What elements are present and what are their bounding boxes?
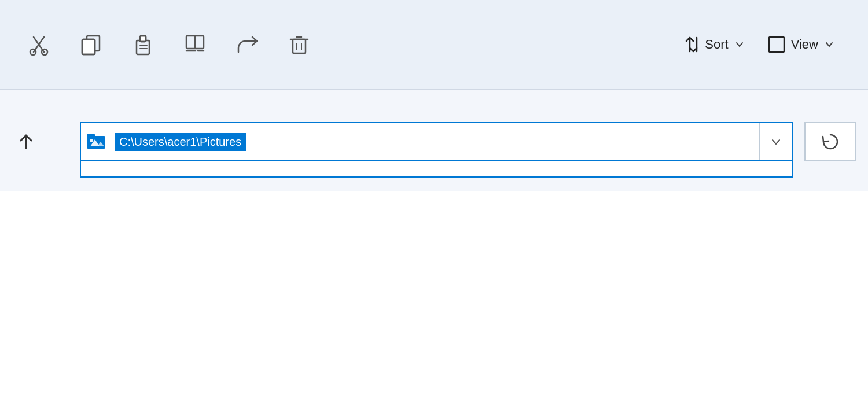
sort-chevron-down-icon — [734, 39, 745, 50]
share-button[interactable] — [231, 29, 263, 60]
address-input[interactable]: C:\Users\acer1\Pictures — [111, 123, 759, 160]
sort-label: Sort — [705, 37, 728, 52]
copy-icon — [80, 34, 102, 56]
sort-icon — [681, 35, 699, 54]
svg-rect-16 — [293, 39, 306, 53]
navigation-area: C:\Users\acer1\Pictures — [0, 90, 868, 191]
trash-icon — [288, 34, 310, 56]
address-chevron-down-icon — [770, 135, 782, 148]
toolbar-left-actions — [23, 29, 658, 60]
address-row: C:\Users\acer1\Pictures — [0, 106, 868, 178]
address-bar-second-line — [80, 161, 793, 178]
svg-rect-8 — [140, 36, 146, 42]
view-icon — [768, 36, 785, 53]
view-label: View — [791, 37, 818, 52]
address-bar[interactable]: C:\Users\acer1\Pictures — [80, 122, 793, 161]
paste-button[interactable] — [127, 29, 159, 60]
rename-button[interactable] — [179, 29, 211, 60]
address-dropdown-button[interactable] — [759, 123, 792, 160]
rename-icon — [184, 34, 206, 56]
svg-point-29 — [90, 139, 93, 142]
toolbar: Sort View — [0, 0, 868, 90]
up-arrow-icon — [16, 132, 36, 152]
svg-rect-5 — [82, 39, 95, 54]
paste-icon — [132, 34, 154, 56]
copy-button[interactable] — [75, 29, 106, 60]
delete-button[interactable] — [284, 29, 315, 60]
address-path: C:\Users\acer1\Pictures — [115, 133, 246, 151]
view-button[interactable]: View — [757, 30, 845, 59]
toolbar-divider — [664, 24, 664, 65]
share-icon — [236, 34, 258, 56]
view-chevron-down-icon — [824, 39, 834, 50]
refresh-icon — [821, 132, 840, 152]
address-bar-container: C:\Users\acer1\Pictures — [80, 122, 793, 178]
svg-rect-26 — [87, 134, 95, 137]
folder-icon — [81, 123, 111, 160]
refresh-button[interactable] — [804, 122, 856, 161]
toolbar-right-actions: Sort View — [670, 30, 845, 60]
svg-rect-7 — [137, 40, 149, 54]
sort-button[interactable]: Sort — [670, 30, 755, 60]
up-button[interactable] — [0, 122, 52, 161]
scissors-icon — [28, 34, 50, 56]
pictures-folder-icon — [86, 131, 106, 152]
content-area — [0, 191, 868, 398]
cut-button[interactable] — [23, 29, 54, 60]
svg-rect-23 — [769, 37, 784, 52]
